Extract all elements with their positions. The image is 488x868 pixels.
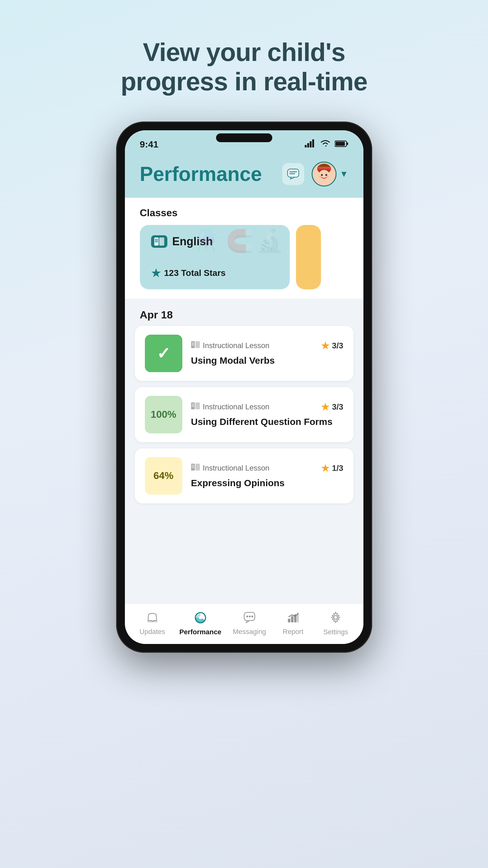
svg-rect-11 bbox=[317, 167, 331, 169]
svg-point-13 bbox=[321, 174, 323, 176]
performance-icon bbox=[194, 612, 207, 626]
wifi-icon bbox=[320, 140, 331, 149]
svg-rect-2 bbox=[310, 141, 312, 148]
avatar-dropdown-arrow[interactable]: ▼ bbox=[340, 169, 349, 179]
phone-screen: 9:41 Performance bbox=[125, 130, 363, 644]
settings-icon bbox=[330, 612, 341, 626]
hero-title-line1: View your child's bbox=[121, 37, 367, 67]
lesson-meta-3: Instructional Lesson ★ 1/3 bbox=[191, 463, 344, 474]
svg-point-38 bbox=[199, 616, 202, 619]
classes-scroll[interactable]: English ⚗️🧲🔬 ★ 123 Total Stars bbox=[125, 225, 363, 299]
nav-item-report[interactable]: Report bbox=[278, 612, 309, 636]
lesson-stars-1: ★ 3/3 bbox=[321, 340, 343, 351]
hero-title-line2: progress in real-time bbox=[121, 67, 367, 96]
svg-point-14 bbox=[325, 174, 327, 176]
lesson-info-2: Instructional Lesson ★ 3/3 Using Differe… bbox=[191, 402, 344, 428]
lesson-type-2: Instructional Lesson bbox=[191, 402, 269, 411]
status-icons bbox=[305, 140, 349, 149]
lesson-title-2: Using Different Question Forms bbox=[191, 415, 344, 428]
svg-rect-28 bbox=[195, 402, 200, 409]
avatar-container[interactable]: ▼ bbox=[312, 161, 349, 187]
lesson-info-3: Instructional Lesson ★ 1/3 Expressing Op… bbox=[191, 463, 344, 489]
lesson-card-2[interactable]: 100% bbox=[135, 387, 353, 442]
content-area: Classes bbox=[125, 198, 363, 603]
nav-label-settings: Settings bbox=[323, 628, 348, 636]
svg-rect-43 bbox=[288, 619, 290, 622]
date-section: Apr 18 bbox=[125, 299, 363, 326]
lesson-meta-1: Instructional Lesson ★ 3/3 bbox=[191, 340, 344, 351]
notch bbox=[216, 133, 272, 142]
svg-rect-23 bbox=[195, 341, 200, 348]
svg-rect-5 bbox=[335, 142, 345, 146]
lesson-thumb-2: 100% bbox=[145, 396, 182, 433]
classes-label: Classes bbox=[125, 198, 363, 225]
lesson-title-1: Using Modal Verbs bbox=[191, 354, 344, 367]
svg-rect-22 bbox=[191, 341, 195, 348]
bottom-navigation: Updates Performance bbox=[125, 603, 363, 644]
signal-icon bbox=[305, 140, 316, 149]
lesson-star-count-3: 1/3 bbox=[332, 463, 343, 473]
svg-rect-44 bbox=[291, 616, 293, 622]
svg-rect-33 bbox=[195, 464, 200, 470]
app-header: Performance bbox=[125, 155, 363, 198]
lesson-info-1: Instructional Lesson ★ 3/3 Using Modal V… bbox=[191, 340, 344, 367]
lesson-title-3: Expressing Opinions bbox=[191, 477, 344, 489]
star-icon: ★ bbox=[151, 267, 161, 279]
nav-item-updates[interactable]: Updates bbox=[137, 612, 168, 636]
class-total-stars: ★ 123 Total Stars bbox=[151, 267, 279, 279]
svg-point-42 bbox=[251, 616, 253, 617]
class-stars-count: 123 Total Stars bbox=[164, 268, 226, 278]
lesson-type-label-1: Instructional Lesson bbox=[203, 341, 269, 350]
classes-section: Classes bbox=[125, 198, 363, 299]
class-card-next[interactable] bbox=[296, 225, 321, 289]
lesson-list: ✓ bbox=[125, 326, 363, 503]
lesson-type-icon-1 bbox=[191, 341, 200, 350]
svg-point-15 bbox=[319, 176, 322, 178]
nav-item-performance[interactable]: Performance bbox=[179, 612, 221, 636]
svg-rect-0 bbox=[305, 145, 306, 148]
lesson-star-icon-2: ★ bbox=[321, 402, 329, 412]
svg-point-47 bbox=[334, 616, 337, 619]
svg-point-41 bbox=[249, 616, 251, 617]
date-label: Apr 18 bbox=[140, 309, 349, 321]
nav-label-messaging: Messaging bbox=[233, 628, 266, 636]
class-card-english[interactable]: English ⚗️🧲🔬 ★ 123 Total Stars bbox=[140, 225, 290, 289]
lesson-type-icon-2 bbox=[191, 402, 200, 411]
lesson-card-3[interactable]: 64% bbox=[135, 448, 353, 503]
svg-rect-27 bbox=[191, 402, 195, 409]
lesson-star-icon-1: ★ bbox=[321, 340, 329, 351]
lesson-meta-2: Instructional Lesson ★ 3/3 bbox=[191, 402, 344, 412]
nav-label-report: Report bbox=[283, 628, 303, 636]
svg-rect-6 bbox=[347, 143, 348, 145]
lesson-star-icon-3: ★ bbox=[321, 463, 329, 474]
phone-device: 9:41 Performance bbox=[116, 122, 372, 653]
svg-rect-18 bbox=[159, 238, 164, 246]
nav-item-messaging[interactable]: Messaging bbox=[233, 612, 266, 636]
nav-item-settings[interactable]: Settings bbox=[320, 612, 351, 636]
report-icon bbox=[287, 612, 299, 626]
hero-heading: View your child's progress in real-time bbox=[121, 37, 367, 97]
lesson-thumb-1: ✓ bbox=[145, 335, 182, 372]
lesson-type-1: Instructional Lesson bbox=[191, 341, 269, 350]
feedback-button[interactable] bbox=[282, 163, 304, 185]
svg-point-12 bbox=[319, 170, 330, 181]
svg-point-40 bbox=[246, 616, 248, 617]
lesson-stars-3: ★ 1/3 bbox=[321, 463, 343, 474]
nav-label-performance: Performance bbox=[179, 628, 221, 636]
lesson-card-1[interactable]: ✓ bbox=[135, 326, 353, 381]
header-right: ▼ bbox=[282, 161, 349, 187]
lesson-stars-2: ★ 3/3 bbox=[321, 402, 343, 412]
svg-rect-3 bbox=[312, 140, 314, 148]
class-bg-decorations: ⚗️🧲🔬 bbox=[196, 228, 284, 254]
lesson-star-count-1: 3/3 bbox=[332, 341, 343, 350]
nav-label-updates: Updates bbox=[139, 628, 165, 636]
messaging-icon bbox=[243, 612, 255, 626]
class-subject-icon bbox=[151, 235, 167, 248]
svg-rect-7 bbox=[288, 169, 299, 177]
lesson-type-label-3: Instructional Lesson bbox=[203, 464, 269, 472]
lesson-type-3: Instructional Lesson bbox=[191, 464, 269, 472]
avatar bbox=[312, 161, 336, 187]
svg-rect-32 bbox=[191, 464, 195, 470]
status-bar: 9:41 bbox=[125, 130, 363, 155]
battery-icon bbox=[335, 140, 349, 148]
